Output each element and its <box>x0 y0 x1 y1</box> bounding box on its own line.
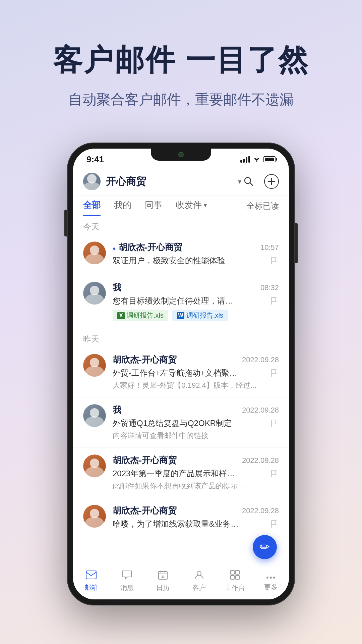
email-item[interactable]: 胡欣杰-开心商贸 10:57 双证用户，极致安全的性能体验 <box>73 235 289 275</box>
section-today: 今天 <box>73 216 289 235</box>
search-icon <box>243 175 255 187</box>
more-icon <box>266 571 276 581</box>
email-attachments: X 调研报告.xls W 调研报告.xls <box>113 310 279 321</box>
tab-colleagues[interactable]: 同事 <box>145 196 162 216</box>
flag-icon[interactable] <box>269 368 279 378</box>
nav-more-label: 更多 <box>264 583 278 592</box>
nav-calendar[interactable]: 23 日历 <box>145 570 181 592</box>
hero-section: 客户邮件 一目了然 自动聚合客户邮件，重要邮件不遗漏 <box>0 0 362 129</box>
email-item[interactable]: 胡欣杰-开心商贸 2022.09.28 2023年第一季度的产品展示和样本需求.… <box>73 448 289 498</box>
email-content: 我 2022.09.28 外贸通Q1总结复盘与Q2OKR制定 内容详情可查看邮件… <box>113 404 279 441</box>
email-item[interactable]: 我 2022.09.28 外贸通Q1总结复盘与Q2OKR制定 内容详情可查看邮件… <box>73 397 289 448</box>
nav-workbench-label: 工作台 <box>225 583 245 592</box>
email-time: 10:57 <box>260 243 279 252</box>
nav-messages[interactable]: 消息 <box>109 570 145 592</box>
hero-title: 客户邮件 一目了然 <box>20 40 342 80</box>
email-sender: 胡欣杰-开心商贸 <box>113 241 182 253</box>
svg-rect-14 <box>236 576 239 579</box>
email-time: 2022.09.28 <box>242 506 279 515</box>
battery-icon <box>263 156 276 162</box>
email-sender: 胡欣杰-开心商贸 <box>113 454 177 466</box>
nav-customers[interactable]: 客户 <box>181 570 217 592</box>
attachment-word[interactable]: W 调研报告.xls <box>172 310 228 321</box>
email-item[interactable]: 我 08:32 您有目标绩效制定任待处理，请及时添加... X <box>73 275 289 328</box>
search-button[interactable] <box>241 174 256 189</box>
email-subject: 外贸-工作台+左导航拖动+文档聚合上... <box>113 368 240 378</box>
phone-outer: 9:41 <box>67 143 295 605</box>
svg-rect-12 <box>236 571 239 574</box>
email-subject: 2023年第一季度的产品展示和样本需求... <box>113 468 240 479</box>
svg-rect-13 <box>231 576 234 579</box>
tab-mine[interactable]: 我的 <box>114 196 131 216</box>
signal-icon <box>240 156 250 163</box>
nav-calendar-label: 日历 <box>156 583 170 592</box>
phone-mockup: 9:41 <box>67 143 295 605</box>
svg-point-15 <box>266 577 268 579</box>
flag-icon[interactable] <box>269 419 279 428</box>
wifi-icon <box>253 156 261 163</box>
attachment-excel[interactable]: X 调研报告.xls <box>113 310 168 321</box>
camera-dot <box>178 152 184 157</box>
avatar <box>83 241 106 264</box>
email-item[interactable]: 胡欣杰-开心商贸 2022.09.28 哈喽，为了增加线索获取量&业务方向的..… <box>73 498 289 538</box>
svg-rect-11 <box>231 571 234 574</box>
nav-mailbox[interactable]: 邮箱 <box>73 571 109 592</box>
email-content: 胡欣杰-开心商贸 2022.09.28 外贸-工作台+左导航拖动+文档聚合上..… <box>113 354 279 390</box>
svg-text:23: 23 <box>161 575 165 578</box>
email-sender: 我 <box>113 404 121 416</box>
email-item[interactable]: 胡欣杰-开心商贸 2022.09.28 外贸-工作台+左导航拖动+文档聚合上..… <box>73 347 289 397</box>
nav-customers-label: 客户 <box>192 583 206 592</box>
add-button[interactable] <box>264 174 279 189</box>
email-list: 今天 胡欣杰-开心商贸 10:57 双证用户，极致安全的性能体验 <box>73 216 289 566</box>
tab-sendreceive[interactable]: 收发件▾ <box>176 196 207 216</box>
avatar <box>83 354 106 377</box>
tab-all[interactable]: 全部 <box>83 196 101 216</box>
email-sender: 胡欣杰-开心商贸 <box>113 354 177 366</box>
phone-screen: 9:41 <box>73 149 289 599</box>
email-subject: 外贸通Q1总结复盘与Q2OKR制定 <box>113 418 232 429</box>
nav-mailbox-label: 邮箱 <box>84 583 98 592</box>
email-content: 胡欣杰-开心商贸 10:57 双证用户，极致安全的性能体验 <box>113 241 279 268</box>
compose-icon: ✏ <box>260 540 270 554</box>
avatar[interactable] <box>83 173 101 190</box>
nav-workbench[interactable]: 工作台 <box>217 570 253 592</box>
email-subject: 双证用户，极致安全的性能体验 <box>113 255 225 266</box>
tabs-bar: 全部 我的 同事 收发件▾ 全标已读 <box>73 196 289 216</box>
flag-icon[interactable] <box>269 469 279 478</box>
email-content: 胡欣杰-开心商贸 2022.09.28 哈喽，为了增加线索获取量&业务方向的..… <box>113 505 279 531</box>
mail-icon <box>86 571 97 582</box>
nav-more[interactable]: 更多 <box>253 571 289 592</box>
header-icons <box>241 174 279 189</box>
avatar <box>83 454 106 477</box>
compose-button[interactable]: ✏ <box>253 535 277 559</box>
email-sender: 我 <box>113 282 121 293</box>
grid-icon <box>230 570 240 582</box>
avatar <box>83 505 106 528</box>
email-time: 2022.09.28 <box>242 356 279 364</box>
email-preview: 大家好！灵犀-外贸【0.192.4】版本，经过... <box>113 380 279 390</box>
flag-icon[interactable] <box>269 296 279 306</box>
email-preview: 内容详情可查看邮件中的链接 <box>113 431 279 441</box>
hero-subtitle: 自动聚合客户邮件，重要邮件不遗漏 <box>20 90 342 109</box>
mark-all-read-button[interactable]: 全标已读 <box>247 201 279 211</box>
email-content: 我 08:32 您有目标绩效制定任待处理，请及时添加... X <box>113 282 279 321</box>
chat-icon <box>122 570 132 582</box>
nav-messages-label: 消息 <box>120 583 134 592</box>
avatar <box>83 282 106 305</box>
email-subject: 您有目标绩效制定任待处理，请及时添加... <box>113 296 240 306</box>
app-header: 开心商贸 ▾ <box>73 167 289 196</box>
email-sender: 胡欣杰-开心商贸 <box>113 505 177 517</box>
add-icon <box>264 174 279 189</box>
flag-icon[interactable] <box>269 256 279 265</box>
email-time: 2022.09.28 <box>242 456 279 465</box>
calendar-icon: 23 <box>158 570 168 582</box>
svg-rect-4 <box>86 571 96 579</box>
status-time: 9:41 <box>86 154 104 165</box>
email-content: 胡欣杰-开心商贸 2022.09.28 2023年第一季度的产品展示和样本需求.… <box>113 454 279 491</box>
flag-icon[interactable] <box>269 519 279 529</box>
email-time: 2022.09.28 <box>242 406 279 415</box>
company-name[interactable]: 开心商贸 <box>106 175 236 189</box>
dropdown-arrow-icon[interactable]: ▾ <box>238 177 241 185</box>
status-icons <box>240 156 276 163</box>
email-time: 08:32 <box>260 283 279 292</box>
